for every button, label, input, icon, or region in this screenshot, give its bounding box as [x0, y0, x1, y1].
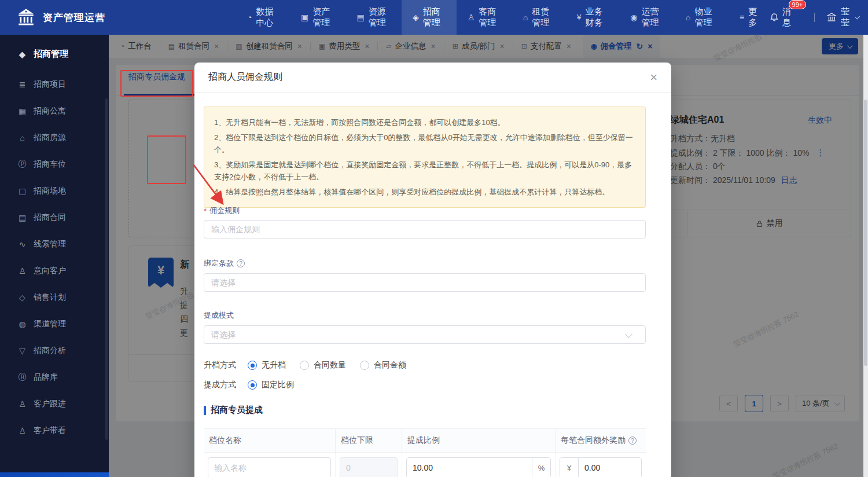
- col-header-tier-lower: 档位下限: [336, 429, 402, 452]
- user-name: 莹莹: [841, 6, 851, 28]
- bonus-cell: ¥: [556, 453, 646, 477]
- nav-item-asset-management[interactable]: ▣ 资产管理: [290, 0, 346, 35]
- bind-terms-select[interactable]: [204, 273, 646, 292]
- sidebar-label: 渠道管理: [34, 319, 66, 329]
- nav-label: 客商管理: [479, 6, 501, 28]
- bind-terms-label: 绑定条款 ?: [204, 258, 245, 269]
- sidebar-item-projects[interactable]: ≣招商项目: [0, 71, 109, 98]
- sidebar-item-leads[interactable]: ∿线索管理: [0, 231, 109, 258]
- message-count-badge: 99+: [789, 0, 807, 9]
- rule-name-input[interactable]: [204, 220, 646, 238]
- radio-selected-icon: [248, 380, 257, 390]
- tier-lower-cell: [336, 453, 402, 477]
- ratio-cell: %: [402, 453, 556, 477]
- venue-icon: ▢: [17, 186, 27, 196]
- help-icon[interactable]: ?: [237, 259, 245, 267]
- sidebar-scrollbar[interactable]: [105, 98, 108, 440]
- ratio-input-group: %: [406, 457, 551, 477]
- ratio-input[interactable]: [407, 458, 532, 477]
- sidebar-item-contracts[interactable]: ▤招商合同: [0, 204, 109, 231]
- tier-name-cell: [204, 453, 336, 477]
- cube-icon: ▣: [301, 13, 308, 22]
- sidebar-label: 品牌库: [34, 372, 58, 383]
- chevron-down-icon: [855, 14, 859, 19]
- annotation-arrow: [186, 160, 233, 213]
- bonus-input[interactable]: [579, 458, 641, 477]
- notice-line: 3、奖励如果是固定就是达到哪个档位，直接奖励固定金额，要求是正整数，不得低于上一…: [214, 159, 635, 183]
- sidebar-item-prospects[interactable]: ♙意向客户: [0, 258, 109, 284]
- radio-label: 合同金额: [374, 360, 406, 370]
- close-icon[interactable]: ×: [650, 71, 657, 84]
- user-menu[interactable]: 莹莹: [826, 6, 858, 28]
- sidebar-item-parking[interactable]: Ⓟ招商车位: [0, 151, 109, 178]
- col-header-ratio: 提成比例: [402, 429, 556, 452]
- document-icon: ▤: [357, 13, 365, 22]
- bonus-input-group: ¥: [560, 457, 642, 477]
- sidebar-title: ◆ 招商管理: [0, 35, 109, 71]
- radio-no-upgrade[interactable]: 无升档: [248, 360, 286, 370]
- sidebar-item-analytics[interactable]: ▽招商分析: [0, 337, 109, 364]
- tier-name-input[interactable]: [208, 457, 331, 477]
- annotation-box-subtab: [120, 70, 193, 97]
- help-icon[interactable]: ?: [628, 436, 637, 445]
- nav-item-lease-management[interactable]: ⌂ 租赁管理: [512, 0, 566, 35]
- nav-label: 资产管理: [312, 6, 334, 28]
- messages-label: 消息: [782, 6, 791, 28]
- header-label: 档位下限: [341, 435, 373, 446]
- sidebar-item-sales-plan[interactable]: ◇销售计划: [0, 284, 109, 311]
- messages-button[interactable]: 消息 99+: [770, 6, 791, 28]
- sidebar-item-customer-viewing[interactable]: ♙客户带看: [0, 417, 109, 444]
- house-icon: ⌂: [686, 13, 690, 22]
- sidebar-label: 销售计划: [34, 292, 66, 303]
- clue-path-icon: ∿: [17, 240, 27, 249]
- sidebar-item-venues[interactable]: ▢招商场地: [0, 178, 109, 204]
- person-icon: ♙: [17, 266, 27, 276]
- radio-label: 无升档: [262, 360, 286, 370]
- commission-mode-select[interactable]: [204, 325, 646, 344]
- sidebar-label: 招商分析: [34, 346, 66, 356]
- app-logo-block[interactable]: 资产管理运营: [0, 8, 174, 27]
- header-label: 档位名称: [209, 435, 241, 446]
- nav-item-merchant-management[interactable]: ♙ 客商管理: [457, 0, 512, 35]
- nav-item-operation-management[interactable]: ◉ 运营管理: [619, 0, 675, 35]
- sidebar-label: 意向客户: [34, 266, 66, 276]
- sidebar-item-listings[interactable]: ⌂招商房源: [0, 124, 109, 151]
- brand-icon: Ⓡ: [17, 372, 27, 383]
- sidebar-item-customer-followup[interactable]: ♙客户跟进: [0, 391, 109, 417]
- col-header-tier-name: 档位名称: [204, 429, 336, 452]
- sidebar-selected-item[interactable]: [0, 472, 109, 477]
- nav-item-more[interactable]: ≡ 更多: [729, 0, 770, 35]
- person-icon: ♙: [17, 426, 27, 435]
- top-navbar: 资产管理运营 ◔ 数据中心 ▣ 资产管理 ▤ 资源管理 ◈ 招商管理 ♙ 客商管…: [0, 0, 868, 35]
- sidebar: ◆ 招商管理 ≣招商项目 ▦招商公寓 ⌂招商房源 Ⓟ招商车位 ▢招商场地 ▤招商…: [0, 35, 109, 477]
- clock-icon: ◔: [247, 13, 252, 22]
- sidebar-item-channels[interactable]: ◍渠道管理: [0, 311, 109, 337]
- commission-tier-table: 档位名称 档位下限 提成比例 每笔合同额外奖励 ? %: [204, 428, 646, 477]
- radio-contract-count[interactable]: 合同数量: [300, 360, 346, 370]
- percent-suffix: %: [532, 458, 550, 477]
- app-title: 资产管理运营: [43, 11, 105, 24]
- nav-label: 运营管理: [641, 6, 664, 28]
- nav-item-resource-management[interactable]: ▤ 资源管理: [346, 0, 402, 35]
- radio-contract-amount[interactable]: 合同金额: [360, 360, 406, 370]
- sidebar-item-apartments[interactable]: ▦招商公寓: [0, 98, 109, 124]
- contract-icon: ▤: [17, 213, 27, 222]
- nav-item-business-finance[interactable]: ¥ 业务财务: [566, 0, 620, 35]
- nav-item-investment-management[interactable]: ◈ 招商管理: [402, 0, 457, 35]
- rules-notice: 1、无升档只能有一档，无法新增，而按照合同数还是合同金额，都可以创建最多10档。…: [204, 107, 646, 208]
- sidebar-label: 招商合同: [34, 212, 66, 223]
- commission-mode-label-text: 提成模式: [204, 310, 234, 321]
- app-screen: ◔ 工作台 ▤ 租赁合同 × ▥ 创建租赁合同 × ▣ 费用类型 × ▱ 企业信…: [0, 0, 868, 477]
- radio-fixed-ratio[interactable]: 固定比例: [248, 380, 294, 390]
- sidebar-label: 招商公寓: [34, 106, 66, 116]
- parking-icon: Ⓟ: [17, 159, 27, 170]
- nav-item-data-center[interactable]: ◔ 数据中心: [236, 0, 290, 35]
- house-icon: ⌂: [17, 133, 27, 142]
- page-scrollbar[interactable]: [863, 35, 868, 477]
- sidebar-label: 招商项目: [34, 79, 66, 90]
- scrollbar-thumb[interactable]: [864, 100, 867, 366]
- sidebar-item-brand-library[interactable]: Ⓡ品牌库: [0, 364, 109, 391]
- diamond-solid-icon: ◆: [17, 50, 27, 59]
- channel-icon: ◍: [17, 320, 27, 329]
- nav-item-property-management[interactable]: ⌂ 物业管理: [675, 0, 729, 35]
